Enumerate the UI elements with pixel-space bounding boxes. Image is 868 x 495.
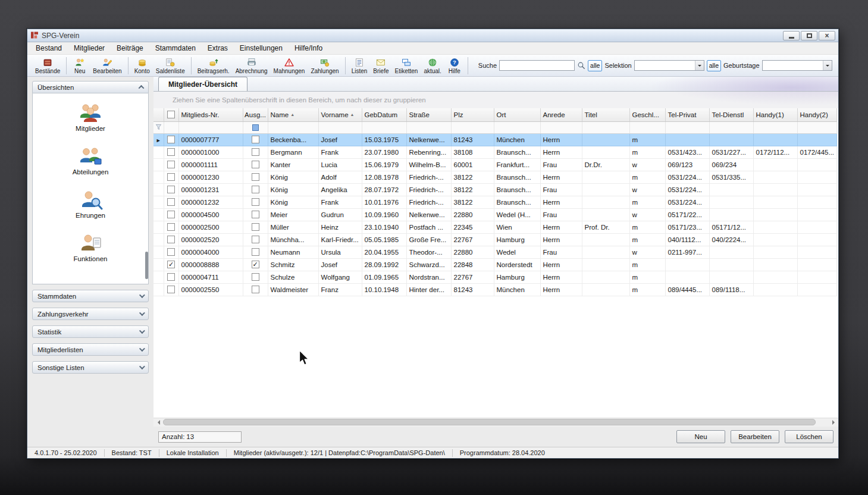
table-row[interactable]: ✓0000008888✓SchmitzJosef28.09.1992Schwar… — [153, 258, 836, 271]
filter-cell-titel[interactable] — [582, 121, 629, 133]
filter-cell-anrede[interactable] — [540, 121, 582, 133]
row-checkbox[interactable] — [167, 236, 175, 243]
filter-cell-gebdatum[interactable] — [362, 121, 406, 133]
toolbar-button-konto[interactable]: Konto — [131, 55, 153, 76]
filter-cell-vorname[interactable] — [318, 121, 362, 133]
table-row[interactable]: 0000001232KönigFrank10.01.1976Friedrich-… — [153, 196, 836, 208]
ausg-checkbox[interactable] — [252, 148, 259, 156]
geburtstage-dropdown-button[interactable] — [823, 61, 832, 70]
row-checkbox[interactable] — [167, 198, 175, 206]
row-checkbox[interactable] — [167, 223, 175, 231]
select-all-checkbox[interactable] — [167, 111, 175, 118]
sidebar-panel-header-uebersichten[interactable]: Übersichten — [32, 81, 149, 93]
search-alle-button[interactable]: alle — [588, 60, 602, 71]
table-row[interactable]: 0000002520Münchha...Karl-Friedr...05.05.… — [153, 233, 836, 246]
column-header-tel_dienstl[interactable]: Tel-Dienstl — [709, 108, 753, 121]
geburtstage-dropdown[interactable] — [762, 60, 832, 71]
toolbar-button-hilfe[interactable]: ?Hilfe — [444, 55, 465, 76]
restore-button[interactable] — [801, 31, 817, 40]
column-header-name[interactable]: Name▲ — [268, 108, 318, 121]
table-row[interactable]: 0000001000BergmannFrank23.07.1980Rebenri… — [153, 146, 836, 158]
table-row[interactable]: 0000001231KönigAngelika28.07.1972Friedri… — [153, 183, 836, 196]
menu-stammdaten[interactable]: Stammdaten — [149, 42, 202, 54]
sidebar-panel-header-zahlungsverkehr[interactable]: Zahlungsverkehr — [32, 308, 149, 320]
toolbar-button-aktual[interactable]: aktual. — [421, 55, 444, 76]
ausg-checkbox[interactable] — [252, 198, 259, 206]
table-row[interactable]: 0000002550WaldmeisterFranz10.10.1948Hint… — [153, 283, 836, 296]
filter-cell-geschl[interactable] — [629, 121, 665, 133]
filter-cell-handy1[interactable] — [753, 121, 797, 133]
filter-cell-tel_dienstl[interactable] — [709, 121, 753, 133]
table-row[interactable]: 0000004500MeierGudrun10.09.1960Nelkenwe.… — [153, 208, 836, 221]
minimize-button[interactable] — [783, 31, 800, 40]
column-header-ort[interactable]: Ort — [494, 108, 540, 121]
column-header-gebdatum[interactable]: GebDatum — [362, 108, 406, 121]
ausg-checkbox[interactable]: ✓ — [252, 261, 259, 268]
table-row[interactable]: 0000001111KanterLucia15.06.1979Wilhelm-B… — [153, 158, 836, 171]
column-header-strasse[interactable]: Straße — [406, 108, 451, 121]
sidebar-panel-header-statistik[interactable]: Statistik — [32, 325, 149, 338]
toolbar-button-bearbeiten[interactable]: Bearbeiten — [90, 55, 124, 76]
toolbar-button-etiketten[interactable]: Etiketten — [391, 55, 421, 76]
ausg-checkbox[interactable] — [252, 136, 259, 143]
search-icon[interactable] — [577, 61, 585, 70]
column-header-plz[interactable]: Plz — [451, 108, 494, 121]
row-checkbox[interactable] — [167, 273, 175, 281]
column-header-handy1[interactable]: Handy(1) — [753, 108, 797, 121]
titlebar[interactable]: SPG-Verein × — [27, 29, 838, 42]
table-row[interactable]: ►0000007777Beckenba...Josef15.03.1975Nel… — [153, 133, 836, 146]
ausg-checkbox[interactable] — [252, 286, 259, 293]
row-checkbox[interactable] — [167, 173, 175, 181]
toolbar-button-mahnungen[interactable]: Mahnungen — [271, 55, 308, 76]
sidebar-panel-header-mitgliederlisten[interactable]: Mitgliederlisten — [32, 343, 149, 356]
row-checkbox[interactable] — [167, 161, 175, 168]
horizontal-scrollbar[interactable] — [153, 418, 838, 427]
menu-beitraege[interactable]: Beiträge — [111, 42, 149, 54]
toolbar-button-saldenliste[interactable]: Saldenliste — [153, 55, 188, 76]
selektion-alle-button[interactable]: alle — [707, 60, 721, 71]
group-by-area[interactable]: Ziehen Sie eine Spaltenüberschrift in di… — [153, 92, 838, 108]
close-button[interactable]: × — [819, 31, 835, 40]
filter-cell-ort[interactable] — [494, 121, 540, 133]
neu-button[interactable]: Neu — [676, 430, 725, 443]
filter-cell-check[interactable] — [164, 121, 178, 133]
menu-extras[interactable]: Extras — [202, 42, 234, 54]
sidebar-item-funktionen[interactable]: Funktionen — [74, 233, 108, 262]
ausg-checkbox[interactable] — [252, 173, 259, 181]
column-header-sel[interactable] — [153, 108, 164, 121]
selektion-dropdown-button[interactable] — [695, 61, 704, 70]
table-row[interactable]: 0000004711SchulzeWolfgang01.09.1965Nords… — [153, 271, 836, 283]
column-header-handy2[interactable]: Handy(2) — [797, 108, 836, 121]
filter-cell-tel_privat[interactable] — [665, 121, 709, 133]
column-header-check[interactable] — [164, 108, 178, 121]
scroll-right-button[interactable] — [829, 418, 838, 427]
ausg-checkbox[interactable] — [252, 236, 259, 243]
menu-hilfe-info[interactable]: Hilfe/Info — [289, 42, 328, 54]
toolbar-button-listen[interactable]: Listen — [349, 55, 371, 76]
filter-cell-sel[interactable] — [153, 121, 164, 133]
row-checkbox[interactable] — [167, 248, 175, 256]
bearbeiten-button[interactable]: Bearbeiten — [731, 430, 779, 443]
scroll-left-button[interactable] — [153, 418, 163, 427]
menu-bestand[interactable]: Bestand — [30, 42, 68, 54]
toolbar-button-briefe[interactable]: Briefe — [370, 55, 391, 76]
filter-cell-plz[interactable] — [451, 121, 494, 133]
toolbar-button-abrechnung[interactable]: Abrechnung — [233, 55, 271, 76]
column-header-tel_privat[interactable]: Tel-Privat — [665, 108, 709, 121]
table-row[interactable]: 0000002500MüllerHeinz23.10.1940Postfach … — [153, 221, 836, 233]
toolbar-button-bestaende[interactable]: Bestände — [32, 55, 63, 76]
selektion-dropdown[interactable] — [634, 60, 704, 71]
filter-cell-ausg[interactable] — [243, 121, 268, 133]
scrollbar-thumb[interactable] — [163, 419, 816, 425]
row-checkbox[interactable] — [167, 136, 175, 143]
column-header-titel[interactable]: Titel — [582, 108, 629, 121]
filter-cell-handy2[interactable] — [797, 121, 836, 133]
sidebar-item-mitglieder[interactable]: Mitglieder — [76, 103, 105, 132]
row-checkbox[interactable] — [167, 211, 175, 218]
sidebar-item-ehrungen[interactable]: Ehrungen — [76, 190, 105, 219]
row-checkbox[interactable] — [167, 286, 175, 293]
column-header-vorname[interactable]: Vorname▲ — [318, 108, 362, 121]
column-header-ausg[interactable]: Ausg... — [243, 108, 268, 121]
tab-mitglieder-uebersicht[interactable]: Mitglieder-Übersicht — [158, 77, 247, 91]
search-input[interactable] — [499, 60, 575, 71]
